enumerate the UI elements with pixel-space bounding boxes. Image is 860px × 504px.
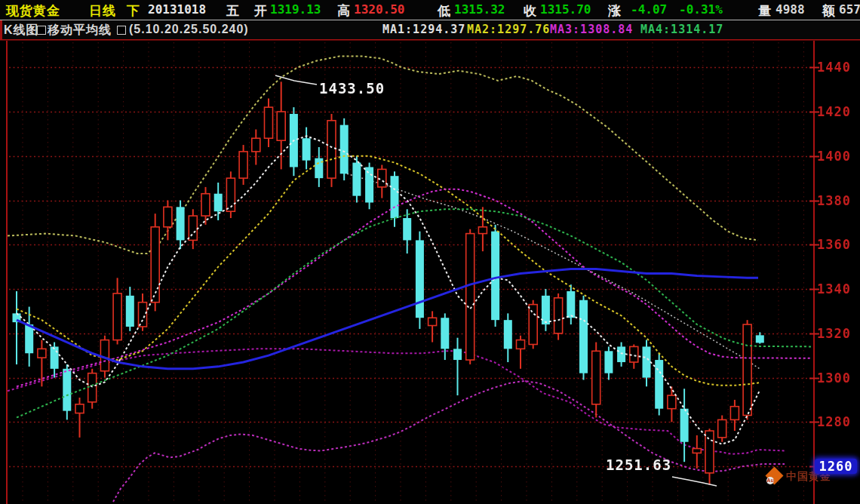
trough-price-annotation: 1251.63 [606, 456, 671, 473]
ma-readout: MA1:1294.37 [382, 23, 465, 36]
chart-type-label[interactable]: K线图 [4, 23, 39, 38]
quote-field-value: 1319.13 [270, 2, 321, 17]
quote-field-label: 收 [524, 2, 537, 20]
trading-app-window: 现货黄金 日线 下 20131018 五 开1319.13高1320.50低13… [0, 0, 860, 504]
quote-field-value: -0.31% [679, 2, 723, 17]
axis-label-1300: 1300 [817, 370, 858, 386]
axis-label-1260: 1260 [815, 459, 857, 474]
axis-label-1340: 1340 [817, 281, 858, 297]
quote-field-value: 1315.70 [540, 2, 591, 17]
quote-field-value: -4.07 [631, 2, 667, 17]
date-value: 20131018 [148, 2, 206, 17]
axis-label-1440: 1440 [817, 60, 858, 75]
candlestick-chart-canvas[interactable] [0, 0, 860, 504]
ma-toggle-checkbox[interactable] [117, 26, 126, 35]
axis-label-1320: 1320 [817, 326, 858, 341]
axis-label-1360: 1360 [817, 237, 858, 252]
indicator-toolbar: K线图 移动平均线 (5.10.20.25.50.240) MA1:1294.3… [0, 20, 860, 39]
period-label[interactable]: 日线 [89, 2, 116, 20]
weekday-label: 五 [226, 2, 240, 20]
kline-toggle-checkbox[interactable] [37, 26, 46, 35]
au-badge-icon: Au [766, 477, 774, 484]
ma-readout: MA2:1297.76 [467, 23, 550, 36]
quote-field-label: 高 [337, 2, 351, 20]
ma-readout: MA4:1314.17 [640, 23, 723, 36]
quote-field-value: 4988 [776, 2, 805, 17]
ma-readout: MA3:1308.84 [550, 23, 633, 36]
axis-label-1420: 1420 [817, 104, 858, 119]
direction-label[interactable]: 下 [127, 2, 140, 20]
symbol-name: 现货黄金 [6, 2, 60, 20]
axis-label-1400: 1400 [817, 149, 858, 164]
axis-label-1280: 1280 [817, 414, 858, 429]
quote-field-value: 1315.32 [454, 2, 505, 17]
quote-field-value: 1320.50 [354, 2, 404, 17]
ma-params: (5.10.20.25.50.240) [129, 23, 249, 36]
quote-field-label: 涨 [608, 2, 622, 20]
quote-field-label: 额 [822, 2, 836, 20]
quote-field-value: 657 [839, 2, 860, 17]
quote-field-label: 量 [758, 2, 772, 20]
quote-field-label: 开 [254, 2, 268, 20]
title-bar: 现货黄金 日线 下 20131018 五 开1319.13高1320.50低13… [0, 0, 860, 20]
peak-price-annotation: 1433.50 [319, 80, 385, 97]
ma-toggle-label[interactable]: 移动平均线 [48, 23, 112, 38]
axis-label-1380: 1380 [817, 193, 858, 208]
quote-field-label: 低 [438, 2, 451, 20]
